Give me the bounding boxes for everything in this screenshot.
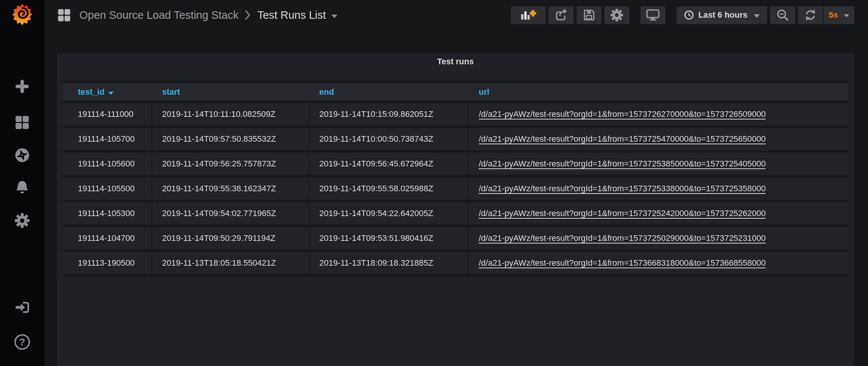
cell-start: 2019-11-14T09:56:25.757873Z (152, 153, 310, 175)
dashboard-navbar: Open Source Load Testing Stack Test Runs… (44, 0, 868, 30)
url-link[interactable]: /d/a21-pyAWz/test-result?orgId=1&from=15… (479, 184, 766, 193)
cell-url: /d/a21-pyAWz/test-result?orgId=1&from=15… (469, 153, 848, 175)
table-body: 191114-111000 2019-11-14T10:11:10.082509… (63, 103, 848, 274)
chevron-down-icon (754, 14, 760, 18)
chevron-down-icon (844, 14, 849, 17)
cell-url: /d/a21-pyAWz/test-result?orgId=1&from=15… (469, 227, 848, 250)
test-runs-table: test_id start end url 191114-111000 2019… (63, 81, 848, 277)
cell-url: /d/a21-pyAWz/test-result?orgId=1&from=15… (469, 128, 848, 150)
dashboard-settings-button[interactable] (604, 6, 629, 24)
clock-icon (684, 10, 694, 20)
cell-end: 2019-11-13T18:09:18.321885Z (310, 252, 469, 274)
cell-test-id: 191114-111000 (63, 103, 152, 126)
table-header-row: test_id start end url (63, 83, 848, 101)
cell-url: /d/a21-pyAWz/test-result?orgId=1&from=15… (469, 252, 848, 274)
tv-mode-button[interactable] (640, 6, 665, 24)
create-icon[interactable] (0, 79, 44, 94)
cell-start: 2019-11-14T10:11:10.082509Z (152, 103, 310, 126)
table-row: 191114-111000 2019-11-14T10:11:10.082509… (63, 103, 848, 126)
cell-start: 2019-11-14T09:55:38.162347Z (152, 177, 310, 200)
cell-url: /d/a21-pyAWz/test-result?orgId=1&from=15… (469, 202, 848, 225)
cell-test-id: 191114-105700 (63, 128, 152, 150)
table-row: 191114-104700 2019-11-14T09:50:29.791194… (63, 227, 848, 250)
sidebar: ? (0, 0, 44, 366)
sign-in-icon[interactable] (0, 300, 44, 315)
url-link[interactable]: /d/a21-pyAWz/test-result?orgId=1&from=15… (479, 159, 766, 168)
cell-test-id: 191114-105300 (63, 202, 152, 225)
time-range-picker[interactable]: Last 6 hours (677, 6, 767, 24)
column-header-url[interactable]: url (469, 83, 848, 101)
column-header-test-id[interactable]: test_id (63, 83, 152, 101)
refresh-interval-dropdown[interactable]: 5s (824, 6, 854, 24)
url-link[interactable]: /d/a21-pyAWz/test-result?orgId=1&from=15… (479, 258, 766, 268)
cell-start: 2019-11-14T09:57:50.835532Z (152, 128, 310, 150)
table-row: 191114-105700 2019-11-14T09:57:50.835532… (63, 128, 848, 150)
cell-test-id: 191114-105600 (63, 153, 152, 175)
cell-test-id: 191114-105500 (63, 177, 152, 200)
cell-test-id: 191114-104700 (63, 227, 152, 250)
chevron-down-icon (331, 15, 337, 18)
url-link[interactable]: /d/a21-pyAWz/test-result?orgId=1&from=15… (479, 134, 766, 144)
cell-end: 2019-11-14T10:00:50.738743Z (310, 128, 469, 150)
refresh-button[interactable] (798, 6, 823, 24)
explore-icon[interactable] (0, 147, 44, 163)
panel-title[interactable]: Test runs (58, 54, 853, 70)
breadcrumb-dashboard-folder[interactable]: Open Source Load Testing Stack (79, 9, 238, 21)
table-row: 191113-190500 2019-11-13T18:05:18.550421… (63, 252, 848, 274)
table-row: 191114-105500 2019-11-14T09:55:38.162347… (63, 177, 848, 200)
zoom-out-button[interactable] (770, 6, 795, 24)
navbar-actions: Last 6 hours 5s (508, 6, 854, 24)
cell-start: 2019-11-14T09:54:02.771965Z (152, 202, 310, 225)
cell-start: 2019-11-14T09:50:29.791194Z (152, 227, 310, 250)
breadcrumb-page-title[interactable]: Test Runs List (257, 9, 337, 21)
cell-end: 2019-11-14T09:55:58.025988Z (310, 177, 469, 200)
sort-desc-icon (108, 92, 114, 95)
table-row: 191114-105600 2019-11-14T09:56:25.757873… (63, 153, 848, 175)
apps-grid-icon[interactable] (57, 8, 71, 22)
cell-end: 2019-11-14T09:56:45.672964Z (310, 153, 469, 175)
test-runs-panel: Test runs test_id start end url 191114-1… (57, 53, 854, 366)
column-header-end[interactable]: end (310, 83, 469, 101)
svg-text:?: ? (19, 337, 25, 347)
cell-end: 2019-11-14T10:15:09.862051Z (310, 103, 469, 126)
cell-url: /d/a21-pyAWz/test-result?orgId=1&from=15… (469, 177, 848, 200)
breadcrumb-chevron-icon (244, 10, 251, 20)
alerting-icon[interactable] (0, 180, 44, 195)
save-button[interactable] (577, 6, 601, 24)
table-row: 191114-105300 2019-11-14T09:54:02.771965… (63, 202, 848, 225)
cell-end: 2019-11-14T09:53:51.980416Z (310, 227, 469, 250)
cell-end: 2019-11-14T09:54:22.642005Z (310, 202, 469, 225)
column-header-start[interactable]: start (152, 83, 310, 101)
dashboards-icon[interactable] (0, 115, 44, 130)
share-button[interactable] (549, 6, 574, 24)
add-panel-button[interactable] (511, 6, 546, 24)
grafana-logo[interactable] (0, 3, 44, 25)
url-link[interactable]: /d/a21-pyAWz/test-result?orgId=1&from=15… (479, 209, 766, 218)
cell-url: /d/a21-pyAWz/test-result?orgId=1&from=15… (469, 103, 848, 126)
cell-test-id: 191113-190500 (63, 252, 152, 274)
help-icon[interactable]: ? (0, 334, 44, 350)
cell-start: 2019-11-13T18:05:18.550421Z (152, 252, 310, 274)
refresh-picker: 5s (798, 6, 854, 24)
url-link[interactable]: /d/a21-pyAWz/test-result?orgId=1&from=15… (479, 233, 766, 243)
configuration-icon[interactable] (0, 213, 44, 228)
url-link[interactable]: /d/a21-pyAWz/test-result?orgId=1&from=15… (479, 109, 766, 119)
